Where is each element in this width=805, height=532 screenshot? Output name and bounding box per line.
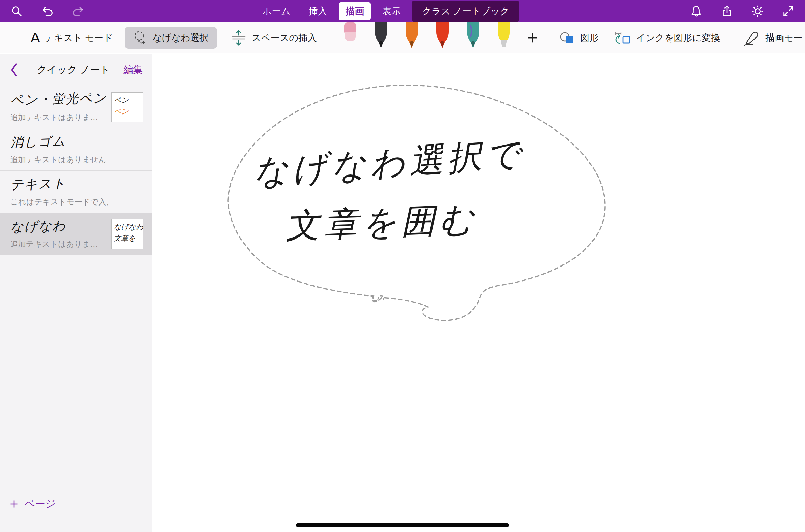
redo-button[interactable]: [70, 3, 86, 19]
page-subtitle: これはテキストモードで入力し…: [10, 197, 108, 207]
ink-to-shape-label: インクを図形に変換: [636, 32, 720, 44]
page-thumbnail: なげなわ 文章を: [111, 219, 143, 249]
highlighter-yellow[interactable]: [493, 22, 514, 52]
plus-icon: [526, 31, 539, 44]
ink-to-shape-button[interactable]: インクを図形に変換: [614, 30, 720, 46]
back-button[interactable]: [10, 63, 23, 77]
insert-space-icon: [231, 30, 247, 46]
page-list-item-text[interactable]: テキスト これはテキストモードで入力し…: [0, 171, 152, 213]
settings-button[interactable]: [750, 3, 765, 19]
search-button[interactable]: [9, 3, 25, 19]
plus-icon: [9, 499, 19, 509]
shapes-icon: [559, 30, 575, 46]
page-subtitle: 追加テキストはありません: [10, 154, 108, 165]
page-sidebar: クイック ノート 編集 ペン・蛍光ペン 追加テキストはありま… ペン ペン 消し…: [0, 54, 152, 532]
tab-home[interactable]: ホーム: [255, 2, 297, 20]
page-title: なげなわ: [10, 216, 108, 236]
text-mode-label: テキスト モード: [45, 32, 113, 44]
pen-red[interactable]: [432, 22, 453, 52]
top-bar: ホーム 挿入 描画 表示 クラス ノートブック: [0, 0, 805, 22]
fullscreen-button[interactable]: [780, 3, 796, 19]
settings-gear-icon: [751, 5, 764, 18]
page-thumbnail: ペン ペン: [111, 92, 143, 122]
notifications-button[interactable]: [688, 3, 704, 19]
ink-to-shape-icon: [614, 30, 631, 46]
add-page-label: ページ: [25, 497, 56, 511]
page-title: ペン・蛍光ペン: [10, 89, 108, 109]
pen-orange[interactable]: [401, 22, 422, 52]
add-page-button[interactable]: ページ: [9, 497, 56, 511]
thumbnail-ink-text: ペン: [114, 94, 141, 106]
thumbnail-ink-text: 文章を: [114, 232, 141, 244]
notebook-section-title: クイック ノート: [23, 63, 123, 77]
topbar-right-icons: [688, 3, 796, 19]
handwritten-ink-line-2: 文章を囲む: [285, 197, 479, 249]
topbar-left-icons: [9, 3, 86, 19]
eraser-icon: [340, 22, 361, 44]
toolbar-divider: [550, 29, 550, 47]
undo-button[interactable]: [40, 3, 55, 19]
share-icon: [720, 5, 733, 18]
lasso-select-button[interactable]: なげなわ選択: [125, 27, 217, 49]
tab-view[interactable]: 表示: [376, 2, 408, 20]
pen-black-icon: [370, 22, 392, 52]
page-title: 消しゴム: [10, 132, 108, 151]
bell-icon: [690, 5, 703, 18]
edit-button[interactable]: 編集: [123, 63, 143, 76]
lasso-select-label: なげなわ選択: [152, 32, 209, 44]
lasso-selection-outline: [152, 54, 805, 532]
page-list: ペン・蛍光ペン 追加テキストはありま… ペン ペン 消しゴム 追加テキストはあり…: [0, 86, 152, 255]
draw-toolbar: A テキスト モード なげなわ選択: [0, 22, 805, 53]
page-list-item-pen[interactable]: ペン・蛍光ペン 追加テキストはありま… ペン ペン: [0, 86, 152, 128]
draw-mode-button[interactable]: 描画モード: [743, 30, 805, 46]
thumbnail-ink-text: なげなわ: [114, 221, 141, 233]
insert-space-label: スペースの挿入: [252, 32, 317, 44]
pen-orange-icon: [401, 22, 422, 52]
draw-mode-label: 描画モード: [765, 32, 805, 44]
pen-galaxy-icon: [463, 22, 484, 52]
draw-mode-pen-icon: [743, 30, 761, 46]
share-button[interactable]: [719, 3, 735, 19]
page-title: テキスト: [10, 174, 108, 194]
toolbar-divider: [328, 29, 328, 47]
pen-black[interactable]: [370, 22, 392, 52]
chevron-left-icon: [10, 63, 18, 77]
pen-galaxy[interactable]: [463, 22, 484, 52]
onenote-app: ホーム 挿入 描画 表示 クラス ノートブック: [0, 0, 805, 532]
toolbar-divider: [731, 29, 731, 47]
redo-icon: [72, 5, 85, 18]
sidebar-header: クイック ノート 編集: [0, 54, 152, 86]
shapes-label: 図形: [580, 32, 599, 44]
highlighter-yellow-icon: [493, 22, 514, 52]
page-subtitle: 追加テキストはありま…: [10, 239, 108, 249]
page-list-item-eraser[interactable]: 消しゴム 追加テキストはありません: [0, 128, 152, 171]
pen-red-icon: [432, 22, 453, 52]
home-indicator[interactable]: [296, 523, 509, 527]
page-list-item-lasso[interactable]: なげなわ 追加テキストはありま… なげなわ 文章を: [0, 213, 152, 255]
note-canvas[interactable]: なげなわ選択で 文章を囲む: [152, 54, 805, 532]
page-subtitle: 追加テキストはありま…: [10, 112, 108, 123]
insert-space-button[interactable]: スペースの挿入: [231, 30, 317, 46]
fullscreen-icon: [782, 5, 795, 18]
tab-class-notebook[interactable]: クラス ノートブック: [412, 1, 519, 22]
shapes-button[interactable]: 図形: [559, 30, 599, 46]
tab-draw[interactable]: 描画: [339, 2, 371, 20]
lasso-icon: [133, 30, 148, 45]
thumbnail-ink-text: ペン: [114, 106, 141, 117]
text-mode-button[interactable]: A テキスト モード: [31, 30, 113, 45]
ribbon-tabs: ホーム 挿入 描画 表示 クラス ノートブック: [255, 1, 519, 22]
eraser-tool[interactable]: [340, 22, 361, 44]
text-mode-icon: A: [31, 30, 40, 45]
tab-insert[interactable]: 挿入: [302, 2, 334, 20]
pen-tray: [340, 22, 514, 53]
add-pen-button[interactable]: [526, 30, 539, 46]
search-icon: [10, 5, 23, 18]
undo-icon: [41, 5, 54, 18]
